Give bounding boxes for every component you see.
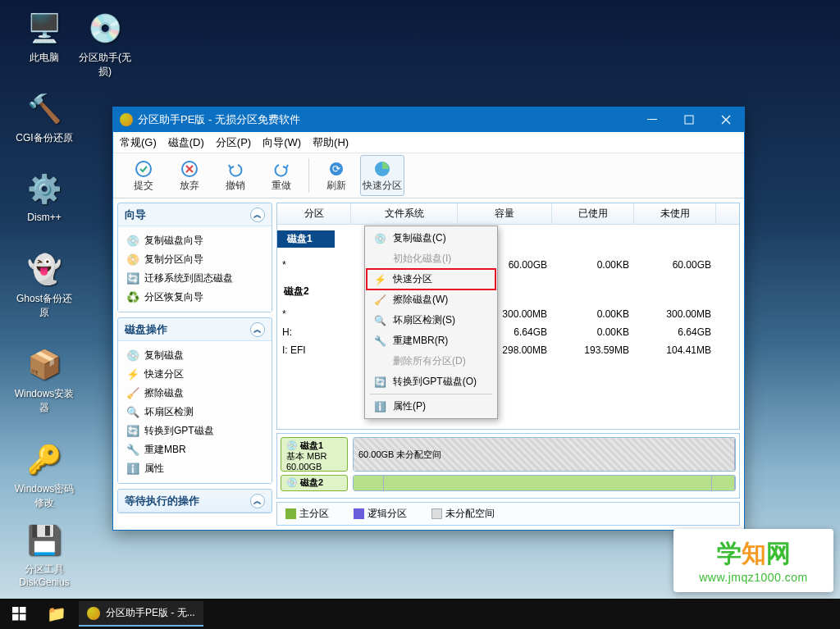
app-icon	[120, 113, 133, 126]
disk1-bar[interactable]: 💿 磁盘1 基本 MBR 60.00GB 60.00GB 未分配空间	[281, 437, 736, 472]
unalloc-segment[interactable]: 60.00GB 未分配空间	[354, 438, 735, 471]
svg-rect-1	[685, 116, 693, 124]
disk1-header-row[interactable]: 磁盘1	[277, 230, 739, 248]
op-to-gpt[interactable]: 🔄转换到GPT磁盘	[121, 422, 268, 440]
bolt-icon: ⚡	[373, 273, 386, 286]
desktop-icon-this-pc[interactable]: 🖥️此电脑	[13, 8, 75, 65]
taskbar-explorer[interactable]: 📁	[38, 604, 75, 623]
desktop-icon-cgi[interactable]: 🔨CGI备份还原	[13, 89, 75, 145]
wizard-copy-part[interactable]: 📀复制分区向导	[121, 250, 268, 269]
start-button[interactable]	[0, 599, 38, 629]
menu-wizard[interactable]: 向导(W)	[262, 135, 301, 150]
op-copy-disk[interactable]: 💿复制磁盘	[121, 346, 268, 365]
sidebar: 向导︽ 💿复制磁盘向导 📀复制分区向导 🔄迁移系统到固态磁盘 ♻️分区恢复向导 …	[113, 198, 276, 530]
tb-discard[interactable]: 放弃	[167, 155, 212, 196]
svg-point-2	[136, 162, 151, 176]
desktop-icon-winpw[interactable]: 🔑Windows密码修改	[13, 440, 75, 510]
desktop-icon-ghost[interactable]: 👻Ghost备份还原	[13, 249, 75, 320]
svg-rect-8	[20, 607, 26, 613]
disc-icon: 💿	[373, 232, 386, 245]
titlebar[interactable]: 分区助手PE版 - 无损分区免费软件	[113, 107, 744, 132]
grid-body[interactable]: 磁盘1 * 60.00GB0.00KB60.00GB 磁盘2 * 300.00M…	[277, 225, 739, 429]
swatch-logical	[354, 508, 364, 519]
panel-pending: 等待执行的操作︽	[117, 489, 272, 513]
badge-text: 学知网	[717, 537, 791, 571]
swatch-primary	[285, 508, 296, 519]
disc-icon: 📀	[126, 253, 139, 267]
monitor-icon: 🖥️	[25, 8, 64, 48]
close-button[interactable]	[707, 107, 744, 132]
convert-icon: 🔄	[126, 425, 139, 438]
wrench-icon: 🔧	[373, 335, 386, 348]
refresh-icon: ⟳	[326, 159, 346, 179]
broom-icon: 🧹	[373, 294, 386, 307]
tb-quickpart[interactable]: 快速分区	[360, 155, 404, 196]
taskbar: 📁 分区助手PE版 - 无...	[0, 599, 840, 629]
col-fs[interactable]: 文件系统	[351, 203, 458, 224]
menubar: 常规(G) 磁盘(D) 分区(P) 向导(W) 帮助(H)	[113, 132, 744, 153]
op-properties[interactable]: ℹ️属性	[121, 459, 268, 478]
bolt-icon: ⚡	[126, 368, 139, 381]
ctx-wipe-disk[interactable]: 🧹擦除磁盘(W)	[367, 289, 495, 310]
disk2-bar[interactable]: 💿 磁盘2	[281, 475, 736, 491]
svg-rect-7	[12, 607, 19, 613]
undo-icon	[226, 159, 245, 179]
desktop-icon-dism[interactable]: ⚙️Dism++	[13, 169, 75, 223]
convert-icon: 🔄	[373, 376, 386, 389]
disk2-header-row[interactable]: 磁盘2	[277, 282, 739, 300]
ghost-icon: 👻	[25, 249, 64, 289]
col-free[interactable]: 未使用	[634, 203, 716, 224]
panel-pending-header[interactable]: 等待执行的操作︽	[118, 490, 272, 513]
ctx-to-gpt[interactable]: 🔄转换到GPT磁盘(O)	[367, 371, 495, 392]
wizard-migrate[interactable]: 🔄迁移系统到固态磁盘	[121, 269, 268, 288]
maximize-button[interactable]	[670, 107, 707, 132]
menu-disk[interactable]: 磁盘(D)	[168, 135, 204, 150]
desktop-icon-wininstall[interactable]: 📦Windows安装器	[13, 344, 75, 415]
table-row[interactable]: I: EFI 298.00MB193.59MB104.41MB	[277, 341, 739, 359]
table-row[interactable]: H: 6.64GB0.00KB6.64GB	[277, 323, 739, 341]
table-row[interactable]: * 60.00GB0.00KB60.00GB	[277, 256, 739, 274]
toolbar-separator	[308, 158, 309, 193]
wizard-recover[interactable]: ♻️分区恢复向导	[121, 288, 268, 307]
disc-icon: 💿	[85, 8, 125, 48]
ctx-properties[interactable]: ℹ️属性(P)	[367, 396, 495, 417]
hammer-icon: 🔨	[25, 89, 64, 128]
col-capacity[interactable]: 容量	[458, 203, 552, 224]
menu-help[interactable]: 帮助(H)	[313, 135, 349, 150]
main-area: 分区 文件系统 容量 已使用 未使用 磁盘1 * 60.00GB0.00KB60…	[276, 198, 744, 530]
col-partition[interactable]: 分区	[277, 203, 351, 224]
gear-icon: ⚙️	[25, 169, 64, 208]
ctx-copy-disk[interactable]: 💿复制磁盘(C)	[367, 228, 495, 248]
taskbar-app-item[interactable]: 分区助手PE版 - 无...	[79, 601, 203, 627]
table-row[interactable]: * 300.00MB0.00KB300.00MB	[277, 305, 739, 323]
op-rebuild-mbr[interactable]: 🔧重建MBR	[121, 440, 268, 459]
menu-general[interactable]: 常规(G)	[120, 135, 157, 150]
op-wipe[interactable]: 🧹擦除磁盘	[121, 384, 268, 403]
wizard-copy-disk[interactable]: 💿复制磁盘向导	[121, 231, 268, 250]
op-badsector[interactable]: 🔍坏扇区检测	[121, 403, 268, 422]
chevron-up-icon: ︽	[250, 322, 265, 337]
disc-icon: 💿	[126, 235, 139, 248]
tb-redo[interactable]: 重做	[259, 155, 304, 196]
tb-refresh[interactable]: ⟳刷新	[314, 155, 358, 196]
minimize-button[interactable]	[633, 107, 670, 132]
discard-icon	[180, 159, 199, 179]
ctx-init-disk: 初始化磁盘(I)	[367, 248, 495, 269]
quickpart-icon	[372, 159, 392, 179]
desktop-icon-partition-assist[interactable]: 💿分区助手(无损)	[74, 8, 136, 79]
info-icon: ℹ️	[126, 463, 139, 476]
op-quick-part[interactable]: ⚡快速分区	[121, 365, 268, 384]
ctx-badsector[interactable]: 🔍坏扇区检测(S)	[367, 310, 495, 330]
col-used[interactable]: 已使用	[552, 203, 634, 224]
panel-wizard-header[interactable]: 向导︽	[118, 203, 272, 226]
menu-partition[interactable]: 分区(P)	[216, 135, 251, 150]
swatch-unalloc	[431, 508, 442, 519]
chevron-up-icon: ︽	[250, 494, 265, 508]
ctx-rebuild-mbr[interactable]: 🔧重建MBR(R)	[367, 330, 495, 351]
panel-diskops-header[interactable]: 磁盘操作︽	[118, 318, 272, 341]
badge-url: www.jmqz1000.com	[699, 571, 808, 584]
tb-undo[interactable]: 撤销	[213, 155, 258, 196]
ctx-quick-partition[interactable]: ⚡快速分区	[367, 269, 495, 289]
tb-commit[interactable]: 提交	[121, 155, 166, 196]
desktop-icon-diskgenius[interactable]: 💾分区工具DiskGenius	[13, 520, 75, 588]
